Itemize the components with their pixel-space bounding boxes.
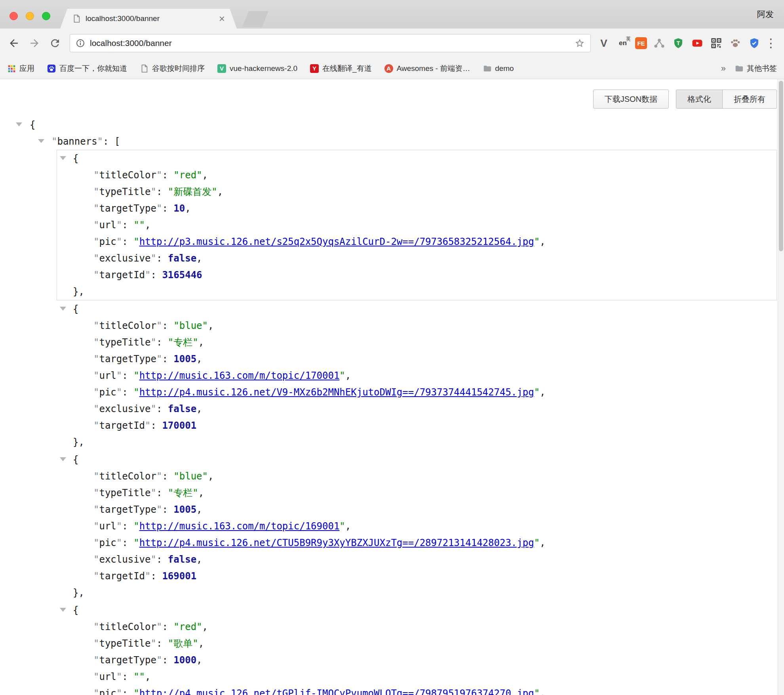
json-comma: , bbox=[196, 403, 202, 414]
maximize-window-button[interactable] bbox=[42, 12, 50, 20]
json-key: url bbox=[99, 370, 116, 381]
bookmark-item-google-sort[interactable]: 谷歌按时间排序 bbox=[140, 63, 205, 74]
close-window-button[interactable] bbox=[10, 12, 18, 20]
download-json-button[interactable]: 下载JSON数据 bbox=[593, 90, 669, 109]
url-text[interactable]: localhost:3000/banner bbox=[90, 38, 575, 48]
json-line: }, bbox=[57, 434, 776, 451]
bookmarks-overflow-icon[interactable]: » bbox=[721, 63, 726, 74]
json-link[interactable]: http://p4.music.126.net/V9-MXz6b2MNhEKju… bbox=[139, 387, 534, 398]
json-link[interactable]: http://music.163.com/m/topic/170001 bbox=[139, 370, 340, 381]
collapse-all-button[interactable]: 折叠所有 bbox=[723, 90, 777, 109]
reload-button[interactable] bbox=[48, 36, 62, 50]
json-colon: : bbox=[122, 537, 133, 548]
json-key-quote: " bbox=[51, 136, 57, 147]
json-key: titleColor bbox=[99, 621, 156, 632]
json-key: titleColor bbox=[99, 320, 156, 331]
json-key-quote: " bbox=[93, 638, 99, 649]
collapse-toggle-icon[interactable] bbox=[16, 122, 22, 126]
youtube-extension-icon[interactable] bbox=[691, 36, 704, 50]
address-bar[interactable]: localhost:3000/banner bbox=[70, 34, 591, 52]
json-key-quote: " bbox=[156, 170, 162, 181]
browser-menu-icon[interactable]: ⋮ bbox=[765, 37, 777, 49]
paw-extension-icon[interactable] bbox=[729, 36, 742, 50]
vimium-extension-icon[interactable]: V bbox=[597, 36, 611, 50]
minimize-window-button[interactable] bbox=[26, 12, 34, 20]
browser-tab[interactable]: localhost:3000/banner × bbox=[60, 9, 237, 29]
extensions-area: V en 英 FE T bbox=[597, 36, 761, 50]
json-key-quote: " bbox=[93, 521, 99, 532]
bookmark-label: vue-hackernews-2.0 bbox=[230, 64, 297, 73]
forward-button[interactable] bbox=[28, 36, 41, 50]
json-link[interactable]: http://p4.music.126.net/CTU5B9R9y3XyYBZX… bbox=[139, 537, 534, 548]
back-button[interactable] bbox=[7, 36, 21, 50]
new-tab-button[interactable] bbox=[242, 11, 268, 27]
json-key-quote: " bbox=[93, 671, 99, 682]
collapse-toggle-icon[interactable] bbox=[60, 457, 66, 461]
json-key-quote: " bbox=[116, 688, 122, 695]
json-key-quote: " bbox=[116, 370, 122, 381]
org-chart-extension-icon[interactable] bbox=[653, 36, 666, 50]
json-comma: , bbox=[196, 655, 202, 666]
json-key-quote: " bbox=[151, 403, 156, 414]
collapse-toggle-icon[interactable] bbox=[38, 139, 44, 143]
json-key-quote: " bbox=[151, 186, 156, 197]
site-info-icon[interactable] bbox=[76, 38, 85, 48]
json-link[interactable]: http://p4.music.126.net/tGPljf-IMOCyPvum… bbox=[139, 688, 534, 695]
page-content: 下载JSON数据 格式化 折叠所有 {"banners": [{"titleCo… bbox=[0, 79, 784, 695]
json-comma: , bbox=[540, 688, 545, 695]
page-icon bbox=[140, 64, 148, 73]
collapse-toggle-icon[interactable] bbox=[60, 608, 66, 612]
json-colon: : bbox=[162, 203, 173, 214]
format-button-group: 格式化 折叠所有 bbox=[676, 90, 777, 109]
json-key: typeTitle bbox=[99, 638, 150, 649]
bookmark-item-baidu[interactable]: 百度一下，你就知道 bbox=[47, 63, 127, 74]
profile-name[interactable]: 阿发 bbox=[757, 9, 774, 20]
json-key: targetType bbox=[99, 655, 156, 666]
json-colon: : bbox=[122, 387, 133, 398]
vertical-scrollbar[interactable] bbox=[778, 79, 784, 695]
collapse-toggle-icon[interactable] bbox=[60, 307, 66, 311]
bookmark-item-youdao[interactable]: Y 在线翻译_有道 bbox=[310, 63, 372, 74]
json-line: "typeTitle": "新碟首发", bbox=[57, 183, 776, 200]
json-object: {"titleColor": "blue","typeTitle": "专栏",… bbox=[57, 300, 777, 451]
other-bookmarks-folder[interactable]: 其他书签 bbox=[735, 63, 777, 74]
json-key: exclusive bbox=[99, 554, 150, 565]
json-link[interactable]: http://music.163.com/m/topic/169001 bbox=[139, 521, 340, 532]
json-bool-value: false bbox=[168, 554, 196, 565]
json-line: "targetType": 10, bbox=[57, 200, 776, 217]
json-key: typeTitle bbox=[99, 487, 150, 498]
tab-close-icon[interactable]: × bbox=[219, 13, 225, 24]
security-shield-extension-icon[interactable] bbox=[748, 36, 761, 50]
bookmark-item-apps[interactable]: 应用 bbox=[7, 63, 34, 74]
translate-extension-label: en bbox=[619, 39, 627, 47]
json-link[interactable]: http://p3.music.126.net/s25q2x5QyqsAzilC… bbox=[139, 236, 534, 247]
bookmark-item-vue-hackernews[interactable]: V vue-hackernews-2.0 bbox=[217, 64, 297, 73]
bookmark-star-icon[interactable] bbox=[575, 38, 585, 48]
json-key-quote: " bbox=[156, 471, 162, 482]
json-comma: , bbox=[540, 387, 545, 398]
translate-extension-icon[interactable]: en 英 bbox=[616, 36, 630, 50]
page-icon bbox=[72, 14, 81, 23]
bookmark-item-demo-folder[interactable]: demo bbox=[483, 64, 514, 73]
json-key: url bbox=[99, 220, 116, 231]
json-comma: , bbox=[185, 203, 190, 214]
json-string-quote: " bbox=[339, 521, 345, 532]
json-line: "titleColor": "red", bbox=[57, 167, 776, 183]
qr-code-extension-icon[interactable] bbox=[710, 36, 723, 50]
scrollbar-thumb[interactable] bbox=[779, 81, 783, 251]
json-key-quote: " bbox=[156, 320, 162, 331]
bookmark-item-awesomes[interactable]: A Awesomes - 前端资… bbox=[384, 63, 470, 74]
format-button[interactable]: 格式化 bbox=[676, 90, 723, 109]
fe-extension-icon[interactable]: FE bbox=[635, 37, 647, 49]
json-key-quote: " bbox=[93, 353, 99, 365]
tampermonkey-shield-extension-icon[interactable]: T bbox=[672, 36, 685, 50]
json-key-quote: " bbox=[93, 170, 99, 181]
json-key-quote: " bbox=[97, 136, 103, 147]
navigation-bar: localhost:3000/banner V en 英 FE T ⋮ bbox=[0, 29, 784, 58]
json-toolbar: 下载JSON数据 格式化 折叠所有 bbox=[0, 79, 784, 109]
json-number-value: 10 bbox=[173, 203, 185, 214]
collapse-toggle-icon[interactable] bbox=[60, 156, 66, 160]
json-line: "titleColor": "blue", bbox=[57, 468, 776, 485]
json-colon: : bbox=[122, 370, 133, 381]
json-close-brace: }, bbox=[73, 286, 84, 297]
